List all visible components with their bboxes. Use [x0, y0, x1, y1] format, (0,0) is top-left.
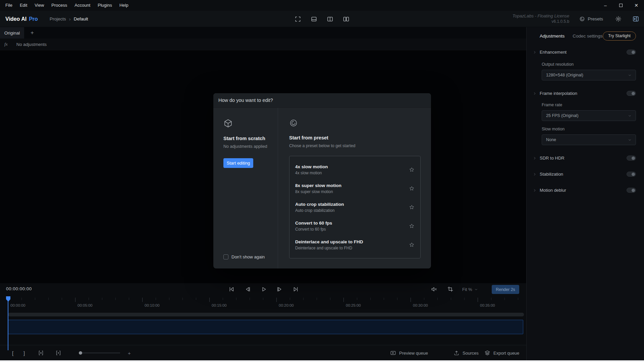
sdr-to-hdr-label: SDR to HDR — [540, 156, 565, 161]
ruler-label: 00:15:00 — [212, 303, 227, 307]
timeline-clip-track[interactable] — [8, 320, 523, 334]
tab-codec-settings[interactable]: Codec settings — [573, 34, 602, 39]
star-icon[interactable] — [409, 223, 415, 229]
chevron-right-icon — [533, 188, 537, 192]
start-from-scratch-title: Start from scratch — [223, 136, 265, 141]
add-tab-button[interactable]: + — [27, 27, 38, 39]
clear-in-out-icon[interactable] — [38, 345, 44, 361]
zoom-in-button[interactable]: + — [128, 345, 131, 361]
menu-process[interactable]: Process — [48, 0, 71, 11]
enhancement-toggle[interactable] — [627, 50, 636, 55]
previous-frame-button[interactable] — [244, 285, 251, 294]
dont-show-again-row[interactable]: Don't show again — [223, 254, 265, 259]
toggle-knob — [632, 173, 635, 176]
sources-button[interactable]: Sources — [453, 345, 479, 361]
slow-motion-dropdown[interactable]: None — [542, 134, 636, 145]
menu-edit[interactable]: Edit — [16, 0, 31, 11]
preset-title: 4x slow motion — [295, 164, 328, 169]
single-view-icon[interactable] — [292, 11, 303, 27]
motion-deblur-label: Motion deblur — [540, 188, 566, 193]
chevron-down-icon — [628, 114, 632, 118]
ruler-major-ticks[interactable] — [8, 298, 524, 302]
preset-circle-icon — [289, 119, 431, 127]
sdr-to-hdr-toggle[interactable] — [627, 156, 636, 161]
set-in-point-button[interactable]: [ — [12, 345, 13, 361]
skip-to-start-button[interactable] — [228, 285, 235, 294]
section-sdr-to-hdr[interactable]: SDR to HDR — [533, 156, 636, 161]
start-from-scratch-pane: Start from scratch No adjustments applie… — [213, 108, 278, 268]
crop-icon[interactable] — [447, 286, 453, 292]
preset-title: Auto crop stabilization — [295, 202, 344, 207]
loop-selection-icon[interactable] — [55, 345, 62, 361]
playhead-line[interactable] — [8, 301, 8, 350]
preset-item[interactable]: Deinterlace and upscale to FHD Deinterla… — [289, 235, 420, 254]
zoom-slider-knob[interactable] — [79, 351, 82, 355]
next-frame-button[interactable] — [276, 285, 283, 294]
zoom-fit-dropdown[interactable]: Fit % — [462, 285, 478, 294]
minimize-button[interactable]: – — [598, 0, 613, 11]
breadcrumb: Projects › Default — [50, 11, 88, 27]
menu-file[interactable]: File — [2, 0, 16, 11]
ruler-label: 00:25:00 — [346, 303, 361, 307]
panel-toggle-icon[interactable] — [632, 15, 639, 22]
timeline-zoom-slider[interactable] — [79, 345, 120, 361]
try-starlight-button[interactable]: Try Starlight — [603, 32, 636, 41]
fx-icon: fx — [4, 42, 8, 47]
tab-original[interactable]: Original — [0, 27, 24, 39]
slow-motion-label: Slow motion — [542, 127, 636, 131]
menu-account[interactable]: Account — [71, 0, 94, 11]
preset-item[interactable]: 8x super slow motion 8x super slow motio… — [289, 179, 420, 198]
preset-item[interactable]: Convert to 60 fps Convert to 60 fps — [289, 217, 420, 235]
ruler-label: 00:35:00 — [480, 303, 495, 307]
render-button[interactable]: Render 2s — [492, 285, 519, 294]
menu-help[interactable]: Help — [116, 0, 132, 11]
side-by-side-view-icon[interactable] — [341, 11, 352, 27]
preset-item[interactable]: Auto crop stabilization Auto crop stabil… — [289, 198, 420, 217]
export-queue-button[interactable]: Export queue — [484, 345, 519, 361]
license-version: v6.1.0.5.b — [513, 19, 569, 24]
close-button[interactable]: ✕ — [629, 0, 644, 11]
star-icon[interactable] — [409, 167, 415, 173]
start-editing-button[interactable]: Start editing — [223, 158, 253, 168]
mute-audio-icon[interactable] — [431, 286, 437, 293]
presets-button[interactable]: Presets — [579, 16, 603, 22]
settings-gear-icon[interactable] — [615, 16, 622, 22]
output-resolution-dropdown[interactable]: 1280×548 (Original) — [542, 70, 636, 80]
skip-to-end-button[interactable] — [292, 285, 300, 294]
star-icon[interactable] — [409, 204, 415, 210]
timeline-scrollbar[interactable] — [8, 313, 524, 316]
maximize-button[interactable] — [613, 0, 629, 11]
split-vertical-view-icon[interactable] — [325, 11, 335, 27]
star-icon[interactable] — [409, 242, 415, 248]
stabilization-toggle[interactable] — [627, 172, 636, 177]
header-right: TopazLabs - Floating License v6.1.0.5.b … — [513, 11, 644, 27]
stabilization-label: Stabilization — [540, 172, 563, 177]
section-frame-interpolation[interactable]: Frame interpolation — [533, 91, 636, 96]
dialog-body: Start from scratch No adjustments applie… — [213, 108, 431, 268]
dont-show-again-label: Don't show again — [231, 254, 265, 259]
frame-interpolation-toggle[interactable] — [627, 91, 636, 96]
output-resolution-value: 1280×548 (Original) — [546, 73, 583, 77]
set-out-point-button[interactable]: ] — [23, 345, 25, 361]
motion-deblur-toggle[interactable] — [627, 188, 636, 193]
section-stabilization[interactable]: Stabilization — [533, 172, 636, 177]
preview-queue-button[interactable]: Preview queue — [390, 345, 428, 361]
preset-item[interactable]: 4x slow motion 4x slow motion — [289, 160, 420, 179]
menu-plugins[interactable]: Plugins — [94, 0, 116, 11]
preset-subtitle: Convert to 60 fps — [295, 227, 332, 232]
chevron-down-icon — [628, 138, 632, 142]
zoom-slider-track[interactable] — [79, 353, 120, 353]
current-timecode: 00:00:00:00 — [6, 286, 32, 291]
section-enhancement[interactable]: Enhancement — [533, 50, 636, 55]
app-logo: Video AI Pro — [5, 11, 38, 27]
frame-rate-dropdown[interactable]: 25 FPS (Original) — [542, 110, 636, 121]
chevron-right-icon — [533, 50, 537, 54]
breadcrumb-projects[interactable]: Projects — [50, 16, 66, 21]
star-icon[interactable] — [409, 186, 415, 191]
tab-adjustments[interactable]: Adjustments — [540, 34, 565, 39]
play-button[interactable] — [260, 285, 267, 294]
menu-view[interactable]: View — [31, 0, 48, 11]
split-horizontal-view-icon[interactable] — [309, 11, 319, 27]
section-motion-deblur[interactable]: Motion deblur — [533, 188, 636, 193]
dont-show-again-checkbox[interactable] — [223, 254, 228, 259]
